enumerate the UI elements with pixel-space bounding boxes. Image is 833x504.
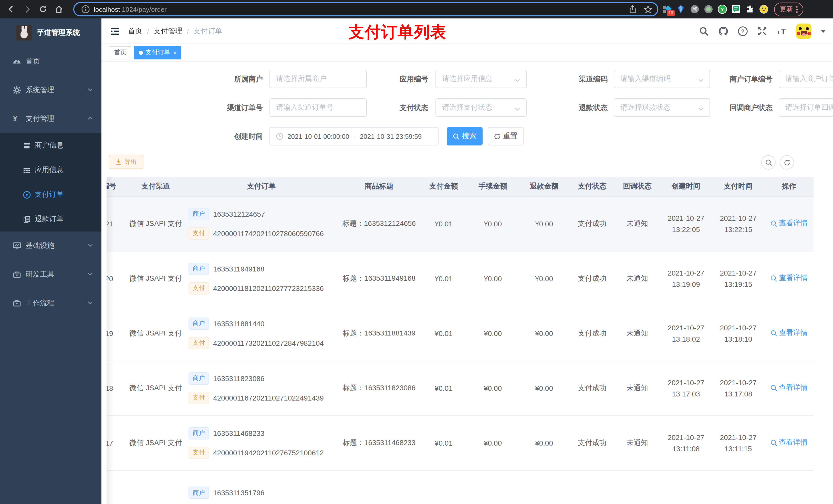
reload-icon[interactable] xyxy=(39,5,48,14)
chevron-down-icon xyxy=(87,270,93,279)
help-icon[interactable]: ? xyxy=(738,26,748,36)
cell-notify: 未通知 xyxy=(615,251,660,306)
search-label: 搜索 xyxy=(462,131,476,141)
sidebar-item-refund-order[interactable]: 退款订单 xyxy=(0,207,101,232)
chrome-update-button[interactable]: 更新 xyxy=(774,2,803,16)
sidebar-item-devtools[interactable]: 研发工具 xyxy=(0,260,101,289)
browser-toolbar: localhost:1024/pay/order 10 ⌘ Y xyxy=(0,0,833,19)
view-detail-link[interactable]: 查看详情 xyxy=(770,219,808,228)
home-icon[interactable] xyxy=(54,5,64,14)
view-detail-link[interactable]: 查看详情 xyxy=(770,329,808,338)
search-button[interactable]: 搜索 xyxy=(447,127,482,145)
cell-status: 支付成功 xyxy=(570,196,615,251)
app-select[interactable]: 请选择应用信息 xyxy=(435,70,527,88)
sidebar: 芋道管理系统 首页 系统管理 ¥ 支付管理 商户信息 xyxy=(0,19,101,504)
sidebar-item-label: 系统管理 xyxy=(26,86,54,95)
tab-pay-order[interactable]: 支付订单 × xyxy=(134,46,181,59)
svg-text:?: ? xyxy=(741,28,744,34)
share-icon[interactable] xyxy=(628,5,637,13)
sidebar-item-pay[interactable]: ¥ 支付管理 xyxy=(0,104,101,133)
cell-id: 19 xyxy=(106,306,127,361)
sidebar-item-system[interactable]: 系统管理 xyxy=(0,76,101,104)
col-title: 商品标题 xyxy=(338,177,420,196)
cell-actions: 查看详情 xyxy=(764,251,813,306)
address-bar[interactable]: localhost:1024/pay/order xyxy=(73,2,658,16)
filter-label-merchant: 所属商户 xyxy=(181,70,263,88)
bookmark-star-icon[interactable] xyxy=(644,5,652,13)
table-row[interactable]: 21 微信 JSAPI 支付 商户1635312124657 支付4200001… xyxy=(106,196,813,251)
extension-y-icon[interactable]: Y xyxy=(718,5,727,14)
merchant-input[interactable]: 请选择所属商户 xyxy=(269,70,367,88)
site-info-icon[interactable] xyxy=(81,5,90,13)
pay-tag: 支付 xyxy=(189,391,209,404)
svg-text:¥: ¥ xyxy=(26,193,28,197)
sidebar-item-pay-order[interactable]: ¥ 支付订单 xyxy=(0,182,101,207)
extensions-puzzle-icon[interactable] xyxy=(745,5,755,14)
search-icon[interactable] xyxy=(699,26,709,36)
reset-button[interactable]: 重置 xyxy=(488,127,524,145)
sidebar-item-home[interactable]: 首页 xyxy=(0,47,101,76)
avatar-caret-icon[interactable] xyxy=(821,29,826,32)
cell-channel: 微信 JSAPI 支付 xyxy=(127,415,185,470)
extension-chat-icon[interactable] xyxy=(732,5,741,14)
back-icon[interactable] xyxy=(7,5,16,14)
app-logo-row[interactable]: 芋道管理系统 xyxy=(0,19,101,47)
pay-status-select[interactable]: 请选择支付状态 xyxy=(435,98,527,117)
sidebar-item-merchant-info[interactable]: 商户信息 xyxy=(0,133,101,158)
channel-order-input[interactable]: 请输入渠道订单号 xyxy=(269,98,367,117)
merchant-order-input[interactable]: 请输入商户订单编号 xyxy=(779,70,833,88)
sidebar-item-infra[interactable]: 基础设施 xyxy=(0,232,101,260)
sidebar-item-app-info[interactable]: 应用信息 xyxy=(0,158,101,182)
date-start: 2021-10-01 00:00:00 xyxy=(287,133,349,140)
notify-status-select[interactable]: 请选择订单回调商户状态 xyxy=(779,98,833,117)
active-dot-icon xyxy=(139,50,143,54)
extension-diamond-icon[interactable]: 10 xyxy=(662,5,672,14)
breadcrumb-pay[interactable]: 支付管理 xyxy=(154,26,182,35)
channel-select[interactable]: 请输入渠道编码 xyxy=(614,70,710,88)
cell-order: 商户1635311949168 支付4200001181202110277723… xyxy=(185,251,338,306)
refresh-button[interactable] xyxy=(780,155,794,170)
table-row-partial[interactable]: 商户1635311351796 xyxy=(106,470,813,503)
filter-label-merchant-order: 商户订单编号 xyxy=(706,70,772,88)
close-icon[interactable]: × xyxy=(173,49,177,55)
shop-icon xyxy=(23,142,31,149)
pay-submenu: 商户信息 应用信息 ¥ 支付订单 退款订单 xyxy=(0,133,101,232)
placeholder: 请输入商户订单编号 xyxy=(785,74,833,83)
cell-order: 商户1635311468233 支付4200001194202110276752… xyxy=(185,415,338,470)
view-detail-link[interactable]: 查看详情 xyxy=(770,383,808,392)
tab-home[interactable]: 首页 xyxy=(110,46,131,59)
merchant-tag: 商户 xyxy=(189,372,209,384)
merchant-tag: 商户 xyxy=(189,486,209,499)
sidebar-fold-icon[interactable] xyxy=(110,26,120,36)
cell-refund: ¥0.00 xyxy=(519,196,570,251)
extension-gem-icon[interactable] xyxy=(676,5,686,14)
table-row[interactable]: 20 微信 JSAPI 支付 商户1635311949168 支付4200001… xyxy=(106,251,813,306)
extension-badge: 10 xyxy=(667,10,675,16)
view-detail-link[interactable]: 查看详情 xyxy=(770,274,808,283)
profile-avatar-icon[interactable] xyxy=(759,5,768,14)
sidebar-item-workflow[interactable]: 工作流程 xyxy=(0,289,101,317)
table-row[interactable]: 17 微信 JSAPI 支付 商户1635311468233 支付4200001… xyxy=(106,415,813,470)
breadcrumb-home[interactable]: 首页 xyxy=(128,26,142,35)
toggle-search-button[interactable] xyxy=(761,155,776,170)
extension-command-icon[interactable]: ⌘ xyxy=(690,5,699,14)
github-icon[interactable] xyxy=(718,26,729,36)
fullscreen-icon[interactable] xyxy=(757,26,767,36)
refund-status-select[interactable]: 请选择退款状态 xyxy=(614,98,710,117)
create-time-range-input[interactable]: 2021-10-01 00:00:00 - 2021-10-31 23:59:5… xyxy=(269,127,438,145)
cell-notify: 未通知 xyxy=(615,196,660,251)
extension-record-icon[interactable] xyxy=(704,5,713,14)
col-refund: 退款金额 xyxy=(519,177,570,196)
table-row[interactable]: 18 微信 JSAPI 支付 商户1635311823086 支付4200001… xyxy=(106,361,813,415)
font-size-icon[interactable]: тT xyxy=(777,26,787,36)
filter-label-pay-status: 支付状态 xyxy=(368,98,428,117)
forward-icon[interactable] xyxy=(23,5,32,14)
table-row[interactable]: 19 微信 JSAPI 支付 商户1635311881440 支付4200001… xyxy=(106,306,813,361)
user-avatar[interactable] xyxy=(796,23,811,39)
cell-id: 21 xyxy=(106,196,127,251)
view-detail-link[interactable]: 查看详情 xyxy=(770,438,808,448)
cell-fee: ¥0.00 xyxy=(467,196,519,251)
export-button[interactable]: 导出 xyxy=(109,155,143,169)
cell-amount: ¥0.01 xyxy=(420,251,467,306)
merchant-order-no: 1635312124657 xyxy=(213,210,265,218)
